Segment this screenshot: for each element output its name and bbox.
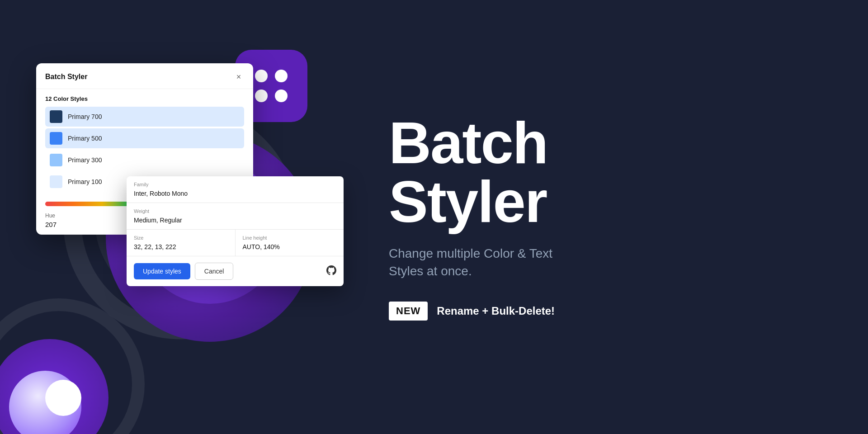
new-badge-row: NEW Rename + Bulk-Delete!: [389, 302, 832, 321]
font-panel: Family Inter, Roboto Mono Weight Medium,…: [127, 176, 344, 286]
color-styles-count: 12 Color Styles: [36, 89, 253, 107]
left-section: Batch Styler × 12 Color Styles Primary 7…: [0, 0, 362, 434]
close-button[interactable]: ×: [233, 71, 244, 82]
github-icon[interactable]: [326, 265, 336, 278]
hue-value[interactable]: 207: [45, 221, 57, 228]
family-label: Family: [134, 182, 336, 187]
size-label: Size: [134, 235, 228, 241]
dot-3: [255, 90, 268, 102]
color-item-primary-500[interactable]: Primary 500: [45, 128, 244, 148]
color-label-100: Primary 100: [68, 178, 102, 185]
line-height-value[interactable]: AUTO, 140%: [243, 243, 337, 250]
dot-1: [255, 70, 268, 82]
dot-4: [275, 90, 288, 102]
color-swatch-500: [50, 132, 62, 145]
dialog-container: Batch Styler × 12 Color Styles Primary 7…: [36, 63, 253, 235]
weight-label: Weight: [134, 208, 336, 214]
update-styles-button[interactable]: Update styles: [134, 263, 190, 279]
hue-label: Hue: [45, 212, 57, 219]
color-item-primary-300[interactable]: Primary 300: [45, 150, 244, 170]
hero-subtitle: Change multiple Color & TextStyles at on…: [389, 245, 832, 280]
new-badge: NEW: [389, 302, 428, 321]
color-label-300: Primary 300: [68, 156, 102, 164]
hero-title-line2: Styler: [389, 169, 547, 235]
dialog-header: Batch Styler ×: [36, 63, 253, 89]
deco-bottom-tiny: [45, 380, 81, 416]
hero-title-line1: Batch: [389, 110, 547, 176]
family-field: Family Inter, Roboto Mono: [127, 176, 344, 203]
hue-input-group: Hue 207: [45, 212, 57, 228]
dot-2: [275, 70, 288, 82]
color-item-primary-700[interactable]: Primary 700: [45, 107, 244, 127]
font-actions: Update styles Cancel: [127, 256, 344, 286]
size-field: Size 32, 22, 13, 222: [127, 230, 236, 256]
line-height-field: Line height AUTO, 140%: [236, 230, 344, 256]
color-label-500: Primary 500: [68, 135, 102, 142]
family-value[interactable]: Inter, Roboto Mono: [134, 190, 336, 197]
figma-dots: [255, 70, 288, 102]
new-feature-text: Rename + Bulk-Delete!: [437, 305, 555, 317]
line-height-label: Line height: [243, 235, 337, 241]
cancel-button[interactable]: Cancel: [195, 263, 234, 280]
size-value[interactable]: 32, 22, 13, 222: [134, 243, 228, 250]
color-swatch-100: [50, 175, 62, 188]
weight-value[interactable]: Medium, Regular: [134, 217, 336, 224]
size-lineheight-row: Size 32, 22, 13, 222 Line height AUTO, 1…: [127, 230, 344, 256]
color-swatch-700: [50, 110, 62, 123]
color-swatch-300: [50, 154, 62, 166]
color-label-700: Primary 700: [68, 113, 102, 120]
weight-field: Weight Medium, Regular: [127, 203, 344, 230]
dialog-title: Batch Styler: [45, 73, 87, 81]
right-section: Batch Styler Change multiple Color & Tex…: [362, 113, 868, 321]
hero-title: Batch Styler: [389, 113, 832, 231]
